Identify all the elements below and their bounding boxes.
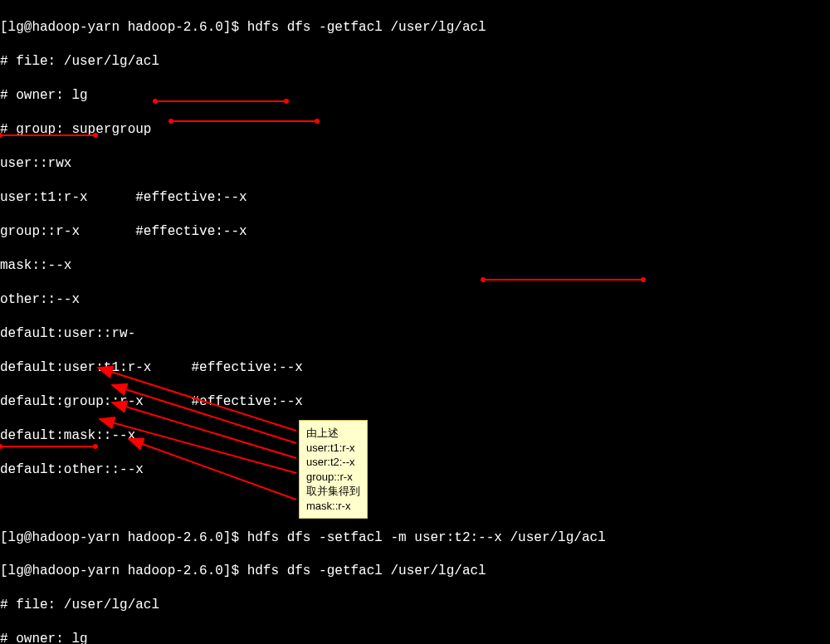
terminal-output: [lg@hadoop-yarn hadoop-2.6.0]$ hdfs dfs … — [0, 0, 830, 644]
output-line: # file: /user/lg/acl — [0, 597, 830, 613]
output-line: other::--x — [0, 291, 830, 308]
output-line: mask::--x — [0, 257, 830, 274]
command-line: [lg@hadoop-yarn hadoop-2.6.0]$ hdfs dfs … — [0, 529, 830, 546]
command-line: [lg@hadoop-yarn hadoop-2.6.0]$ hdfs dfs … — [0, 19, 830, 36]
note-line: group::r-x — [306, 470, 360, 485]
shell-prompt: [lg@hadoop-yarn hadoop-2.6.0]$ — [0, 564, 247, 578]
output-line: # owner: lg — [0, 87, 830, 104]
blank-line — [0, 495, 830, 512]
shell-prompt: [lg@hadoop-yarn hadoop-2.6.0]$ — [0, 20, 247, 35]
note-line: mask::r-x — [306, 499, 360, 514]
command-text: hdfs dfs -setfacl -m user:t2:--x /user/l… — [247, 530, 606, 545]
command-text: hdfs dfs -getfacl /user/lg/acl — [247, 20, 486, 35]
shell-prompt: [lg@hadoop-yarn hadoop-2.6.0]$ — [0, 530, 247, 545]
output-line: default:user:t1:r-x #effective:--x — [0, 359, 830, 376]
output-line: # file: /user/lg/acl — [0, 53, 830, 70]
output-line: # owner: lg — [0, 631, 830, 644]
output-line: default:mask::--x — [0, 427, 830, 444]
note-line: 取并集得到 — [306, 484, 360, 499]
note-line: 由上述 — [306, 426, 360, 441]
command-text: hdfs dfs -getfacl /user/lg/acl — [247, 564, 486, 578]
note-line: user:t2:--x — [306, 455, 360, 470]
output-line: default:group::r-x #effective:--x — [0, 393, 830, 410]
command-line: [lg@hadoop-yarn hadoop-2.6.0]$ hdfs dfs … — [0, 563, 830, 579]
output-line: # group: supergroup — [0, 121, 830, 138]
output-line: user:t1:r-x #effective:--x — [0, 189, 830, 206]
note-line: user:t1:r-x — [306, 441, 360, 456]
annotation-note: 由上述 user:t1:r-x user:t2:--x group::r-x 取… — [299, 420, 368, 519]
output-line: default:user::rw- — [0, 325, 830, 342]
output-line: group::r-x #effective:--x — [0, 223, 830, 240]
output-line: user::rwx — [0, 155, 830, 172]
output-line: default:other::--x — [0, 461, 830, 478]
